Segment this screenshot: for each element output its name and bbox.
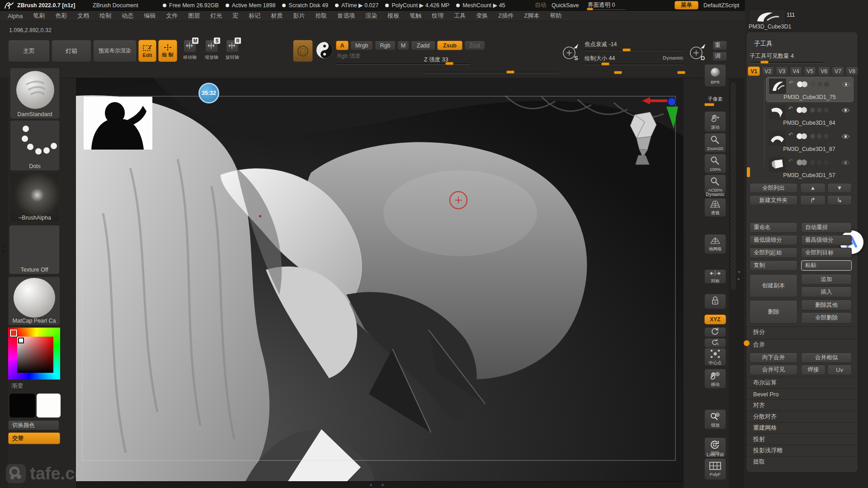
ghost-icon-2[interactable] xyxy=(817,82,822,87)
strip-button-缩放[interactable]: 缩放 xyxy=(704,409,726,429)
uv-button[interactable]: Uv xyxy=(827,365,852,375)
extra-slider-handle[interactable] xyxy=(614,71,622,74)
polypaint-icon-2[interactable] xyxy=(801,160,807,165)
section-投影浅浮雕[interactable]: 投影浅浮雕 xyxy=(747,445,856,456)
main-color-swatch[interactable] xyxy=(9,393,36,418)
gyro-M[interactable]: M移动轴 xyxy=(180,40,200,62)
clipped-button-2[interactable]: 调 xyxy=(712,52,727,61)
polypaint-icon-2[interactable] xyxy=(802,81,807,87)
edit-button[interactable]: Edit xyxy=(138,40,156,62)
gradient-label[interactable]: 渐变 xyxy=(11,382,23,390)
section-投射[interactable]: 投射 xyxy=(747,433,856,445)
delete-all-button[interactable]: 全部删除 xyxy=(801,312,852,324)
merge-similar-button[interactable]: 合并相似 xyxy=(801,352,852,363)
insert-button[interactable]: 插入 xyxy=(801,286,852,297)
polypaint-icon-2[interactable] xyxy=(801,133,807,139)
strip-button-PolyF[interactable]: PolyF xyxy=(704,458,726,480)
stroke-selector[interactable]: Dots xyxy=(10,120,60,171)
ghost-icon-2[interactable] xyxy=(817,108,822,113)
strip-button-对称[interactable]: 对称 xyxy=(704,269,726,284)
mode-zsub-button[interactable]: Zsub xyxy=(437,41,462,50)
subtool-item-PM3D_Cube3D1_75[interactable]: ↶PM3D_Cube3D1_75 xyxy=(766,77,854,102)
ghost-icon-3[interactable] xyxy=(824,160,829,165)
current-brush-button[interactable] xyxy=(293,40,313,62)
quicksave-button[interactable]: QuickSave xyxy=(552,2,579,9)
menubar-item-纹理[interactable]: 纹理 xyxy=(430,11,445,21)
tab-V8[interactable]: V8 xyxy=(846,66,858,76)
tab-V3[interactable]: V3 xyxy=(776,66,788,76)
strip-button-BPR[interactable]: BPR xyxy=(704,64,726,87)
strip-button-rotz[interactable]: z xyxy=(704,338,726,348)
list-all-button[interactable]: 全部列出 xyxy=(750,183,797,193)
eye-icon[interactable] xyxy=(841,159,850,167)
eye-icon[interactable] xyxy=(841,107,850,115)
color-picker[interactable] xyxy=(8,328,60,380)
subtool-item-PM3D_Cube3D1_87[interactable]: ↶PM3D_Cube3D1_87 xyxy=(766,129,853,154)
strip-button-透视[interactable]: 透视 xyxy=(704,198,726,217)
mode-m-button[interactable]: M xyxy=(397,41,409,50)
mode-zcut-button[interactable]: Zcut xyxy=(464,41,485,50)
alpha-selector[interactable]: ~BrushAlpha xyxy=(10,173,60,222)
menubar-item-拾取[interactable]: 拾取 xyxy=(314,11,328,21)
divider-right-icon[interactable]: ▸ xyxy=(738,277,740,281)
menubar-item-帮助[interactable]: 帮助 xyxy=(548,11,563,21)
section-merge[interactable]: 合并 xyxy=(747,339,856,350)
duplicate-button[interactable]: 创建副本 xyxy=(750,274,797,297)
move-into-folder-button[interactable]: ↳ xyxy=(827,195,852,205)
panel-scrollbar[interactable]: ◂ ▸ xyxy=(729,78,744,488)
secondary-color-swatch[interactable] xyxy=(36,393,61,418)
alternate-button[interactable]: 交替 xyxy=(8,432,60,444)
visible-count-handle[interactable] xyxy=(760,61,769,64)
action-button-最低级细分[interactable]: 最低级细分 xyxy=(750,235,797,245)
merge-visible-button[interactable]: 合并可见 xyxy=(750,365,797,375)
z-intensity-handle[interactable] xyxy=(506,70,514,74)
panel-scrollbar-thumb[interactable] xyxy=(731,82,736,290)
action-button-全部到起始[interactable]: 全部到起始 xyxy=(750,248,797,258)
tab-V4[interactable]: V4 xyxy=(790,66,802,76)
menubar-item-灯光[interactable]: 灯光 xyxy=(209,11,223,21)
strip-button-地网格[interactable]: 地网格 xyxy=(704,234,726,254)
eye-icon[interactable] xyxy=(842,81,850,89)
menubar-item-Z脚本[interactable]: Z脚本 xyxy=(523,11,541,21)
strip-button-lock[interactable] xyxy=(704,294,726,309)
menubar-item-模板[interactable]: 模板 xyxy=(386,11,401,21)
ghost-icon-2[interactable] xyxy=(817,134,822,139)
stroke-curve-s-icon[interactable]: S xyxy=(562,43,580,62)
strip-button-移动[interactable]: 移动 xyxy=(704,369,726,389)
menubar-item-笔刷[interactable]: 笔刷 xyxy=(32,11,46,21)
menubar-item-文件[interactable]: 文件 xyxy=(165,11,179,21)
current-material-sphere[interactable] xyxy=(316,41,334,59)
merge-down-button[interactable]: 向下合并 xyxy=(750,352,797,363)
subtool-item-PM3D_Cube3D1_84[interactable]: ↶PM3D_Cube3D1_84 xyxy=(766,103,853,127)
left-divider-strip[interactable]: ◂◂ xyxy=(0,78,8,488)
action-button-自动重排[interactable]: 自动重排 xyxy=(801,222,852,233)
tab-V6[interactable]: V6 xyxy=(818,66,830,76)
tab-V7[interactable]: V7 xyxy=(832,66,844,76)
ghost-icon[interactable] xyxy=(810,134,815,139)
menubar-item-图层[interactable]: 图层 xyxy=(187,11,201,21)
action-button-全部到目标[interactable]: 全部到目标 xyxy=(801,248,852,258)
menubar-item-笔触[interactable]: 笔触 xyxy=(408,11,423,21)
eye-icon[interactable] xyxy=(841,133,850,141)
strip-button-中心点[interactable]: 中心点 xyxy=(704,348,726,366)
draw-size-handle[interactable] xyxy=(601,62,609,66)
ghost-icon-3[interactable] xyxy=(824,108,829,113)
ghost-icon[interactable] xyxy=(810,160,815,165)
ui-opacity-handle[interactable] xyxy=(587,8,593,10)
subtool-item-PM3D_Cube3D1_57[interactable]: ↶PM3D_Cube3D1_57 xyxy=(766,155,853,180)
menubar-item-渲染[interactable]: 渲染 xyxy=(364,11,378,21)
color-sv-cursor[interactable] xyxy=(18,338,24,343)
delete-other-button[interactable]: 删除其他 xyxy=(801,300,852,310)
strip-button-rot[interactable] xyxy=(704,327,726,337)
flip-icon[interactable]: ↶ xyxy=(789,80,793,86)
menubar-item-动态[interactable]: 动态 xyxy=(120,11,135,21)
mode-zadd-button[interactable]: Zadd xyxy=(411,41,435,50)
append-button[interactable]: 追加 xyxy=(801,274,852,285)
action-button-粘贴[interactable]: 粘贴 xyxy=(801,260,852,271)
section-对齐[interactable]: 对齐 xyxy=(747,399,856,411)
mode-rgb-button[interactable]: Rgb xyxy=(375,41,396,50)
scroll-up-icon[interactable]: ▲ xyxy=(369,482,373,487)
menu-button[interactable]: 菜单 xyxy=(675,1,698,9)
canvas-bottom-scrollbar[interactable]: ▲ ▲ xyxy=(76,481,684,488)
menubar-item-材质[interactable]: 材质 xyxy=(269,11,284,21)
